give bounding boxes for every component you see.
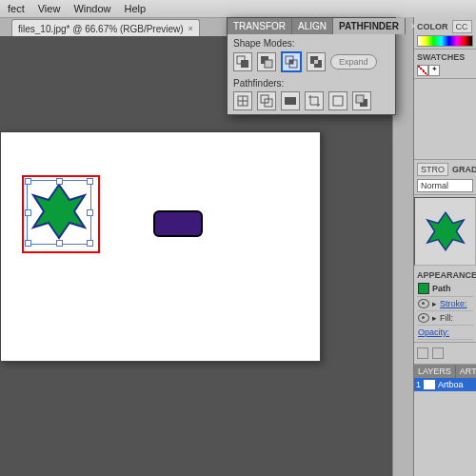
svg-rect-9 — [314, 60, 318, 64]
pathfinder-panel[interactable]: TRANSFOR ALIGN PATHFINDER × Shape Modes:… — [227, 17, 396, 115]
swatches-label: SWATCHES — [417, 52, 465, 62]
rounded-rect-shape[interactable] — [153, 210, 203, 237]
artboard[interactable] — [0, 131, 321, 362]
disclosure-icon[interactable]: ▸ — [432, 299, 437, 308]
svg-rect-1 — [241, 60, 248, 68]
resize-handle-ne[interactable] — [87, 178, 93, 185]
appearance-path-text: Path — [432, 284, 451, 293]
pathfinders-label: Pathfinders: — [233, 78, 389, 89]
panel-action-icon[interactable] — [417, 347, 428, 359]
svg-rect-3 — [265, 60, 272, 68]
tab-color-guide[interactable]: CC — [452, 20, 472, 33]
layer-row[interactable]: 1 Artboa — [414, 378, 476, 391]
divide-button[interactable] — [233, 91, 252, 110]
appearance-path-row[interactable]: Path — [417, 281, 473, 297]
swatch-none[interactable] — [417, 65, 428, 76]
fill-label: Fill: — [440, 313, 453, 323]
tab-gradient[interactable]: GRAD — [452, 165, 476, 174]
document-tab-label: files_10.jpg* @ 66.67% (RGB/Preview) — [18, 24, 184, 34]
panel-action-icon[interactable] — [432, 347, 444, 359]
outline-button[interactable] — [328, 91, 347, 110]
resize-handle-nw[interactable] — [25, 178, 31, 185]
menu-view[interactable]: View — [38, 3, 61, 14]
blend-mode-select[interactable]: Normal — [417, 179, 473, 192]
resize-handle-n[interactable] — [56, 178, 63, 185]
close-tab-icon[interactable]: × — [188, 24, 193, 33]
pathfinder-panel-tabs: TRANSFOR ALIGN PATHFINDER × — [228, 18, 395, 34]
unite-button[interactable] — [233, 52, 252, 71]
tab-layers[interactable]: LAYERS — [414, 365, 456, 378]
appearance-stroke-row[interactable]: ▸Stroke: — [417, 297, 473, 311]
tab-pathfinder[interactable]: PATHFINDER — [333, 18, 406, 34]
crop-button[interactable] — [305, 91, 324, 110]
exclude-button[interactable] — [307, 52, 326, 71]
resize-handle-e[interactable] — [87, 209, 93, 216]
stroke-link[interactable]: Stroke: — [440, 299, 467, 308]
resize-handle-se[interactable] — [87, 240, 93, 247]
layer-thumb-icon — [424, 380, 435, 389]
color-spectrum[interactable] — [417, 35, 473, 47]
svg-rect-17 — [333, 96, 343, 106]
intersect-button[interactable] — [281, 51, 302, 72]
appearance-opacity-row[interactable]: Opacity: — [417, 326, 473, 340]
fill-chip-icon — [418, 283, 429, 294]
svg-rect-16 — [288, 97, 296, 105]
appearance-fill-row[interactable]: ▸Fill: — [417, 311, 473, 326]
layer-number: 1 — [416, 380, 421, 389]
appearance-label: APPEARANCE — [417, 270, 476, 280]
appearance-preview — [414, 197, 476, 266]
eye-icon[interactable] — [418, 299, 429, 308]
minus-back-button[interactable] — [352, 91, 371, 110]
resize-handle-sw[interactable] — [25, 240, 31, 247]
right-dock: COLORCC SWATCHES ✦ STROGRAD Normal APPEA… — [413, 17, 476, 476]
opacity-link[interactable]: Opacity: — [418, 327, 449, 337]
tab-align[interactable]: ALIGN — [292, 18, 333, 34]
svg-rect-19 — [356, 95, 364, 103]
eye-icon[interactable] — [418, 313, 429, 323]
tab-color[interactable]: COLOR — [417, 22, 448, 31]
swatch-registration[interactable]: ✦ — [428, 65, 440, 76]
minus-front-button[interactable] — [257, 52, 276, 71]
resize-handle-w[interactable] — [25, 209, 31, 216]
trim-button[interactable] — [257, 91, 276, 110]
tab-stroke[interactable]: STRO — [417, 163, 448, 176]
layers-panel-tabs: LAYERS ART — [414, 365, 476, 378]
layer-name: Artboa — [438, 380, 464, 389]
menu-effect[interactable]: fect — [8, 3, 25, 14]
shape-modes-label: Shape Modes: — [233, 38, 389, 49]
tab-artboards[interactable]: ART — [456, 365, 476, 378]
resize-handle-s[interactable] — [56, 240, 63, 247]
disclosure-icon[interactable]: ▸ — [432, 313, 437, 323]
svg-rect-6 — [289, 60, 293, 64]
tab-transform[interactable]: TRANSFOR — [228, 18, 292, 34]
menu-help[interactable]: Help — [125, 3, 147, 14]
expand-button[interactable]: Expand — [330, 54, 377, 69]
menu-window[interactable]: Window — [73, 3, 110, 14]
menu-bar: fect View Window Help — [0, 0, 476, 18]
panel-close-icon[interactable]: × — [406, 19, 421, 33]
merge-button[interactable] — [281, 91, 300, 110]
document-tab[interactable]: files_10.jpg* @ 66.67% (RGB/Preview) × — [11, 19, 200, 37]
selection-bounding-box — [27, 180, 91, 245]
